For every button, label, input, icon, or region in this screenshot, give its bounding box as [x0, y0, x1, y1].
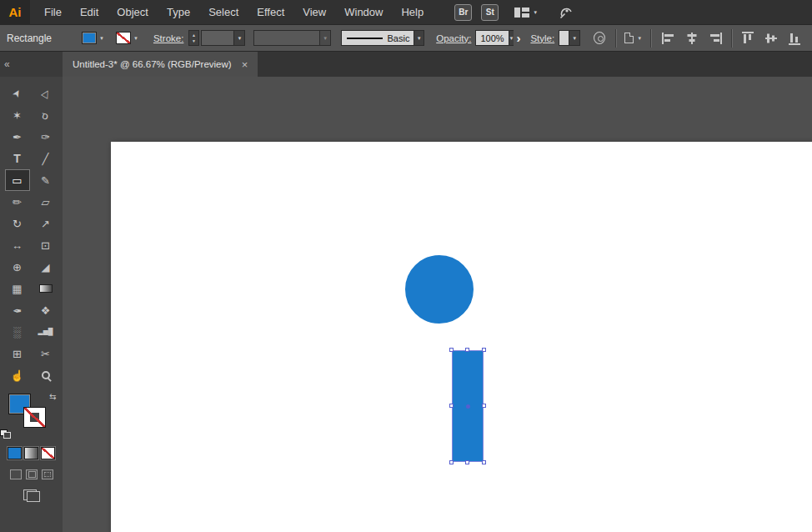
symbol-sprayer-tool[interactable]: ░	[6, 322, 29, 342]
stroke-panel-link[interactable]: Stroke:	[153, 33, 183, 43]
fill-color-control[interactable]: ▼	[82, 32, 104, 44]
style-panel-link[interactable]: Style:	[530, 33, 554, 43]
hand-tool[interactable]: ☝	[6, 365, 29, 385]
variable-width-profile-select[interactable]: ▼	[253, 30, 331, 46]
pen-tool[interactable]: ✒	[6, 127, 29, 147]
blend-tool[interactable]: ❖	[34, 300, 58, 320]
swap-fill-stroke-icon[interactable]: ⇆	[49, 392, 56, 401]
menu-items: FileEditObjectTypeSelectEffectViewWindow…	[35, 0, 433, 25]
workspace-switcher-button[interactable]: ▼	[514, 7, 538, 18]
menu-select[interactable]: Select	[199, 0, 248, 25]
opacity-panel-link[interactable]: Opacity:	[436, 33, 471, 43]
artboard[interactable]	[111, 142, 812, 532]
stroke-weight-stepper[interactable]: ▲ ▼	[188, 30, 198, 46]
vertical-align-center-button[interactable]	[760, 28, 782, 48]
menu-object[interactable]: Object	[108, 0, 158, 25]
menu-file[interactable]: File	[35, 0, 71, 25]
gradient-tool[interactable]	[34, 279, 58, 299]
draw-inside-mode-icon[interactable]	[42, 469, 53, 479]
chevron-down-icon: ▼	[509, 31, 514, 45]
menu-help[interactable]: Help	[392, 0, 433, 25]
stock-button[interactable]: St	[481, 4, 499, 21]
lasso-tool[interactable]: σ	[34, 105, 58, 125]
chevron-down-icon: ▼	[99, 36, 104, 41]
selection-tool[interactable]: ➤	[6, 83, 29, 103]
selection-center-point[interactable]	[466, 404, 470, 409]
close-icon[interactable]: ×	[242, 58, 248, 71]
zoom-tool[interactable]	[34, 365, 58, 385]
draw-behind-mode-icon[interactable]	[26, 469, 38, 479]
direct-selection-tool[interactable]: ▷	[34, 83, 58, 103]
vertical-align-bottom-button[interactable]	[784, 28, 805, 48]
gpu-performance-button[interactable]	[559, 5, 574, 19]
selection-handle[interactable]	[449, 460, 454, 464]
shape-builder-tool[interactable]: ⊕	[6, 257, 29, 277]
stroke-color-swatch[interactable]	[23, 407, 46, 428]
gpu-rocket-icon	[559, 5, 574, 19]
pencil-tool[interactable]: ✏	[6, 192, 29, 212]
collapse-panel-button[interactable]: «	[4, 58, 10, 70]
chevron-right-icon[interactable]: ›	[516, 30, 520, 46]
horizontal-align-right-button[interactable]	[704, 28, 726, 48]
scale-tool[interactable]: ↗	[34, 213, 58, 233]
rotate-tool[interactable]: ↻	[6, 213, 29, 233]
blend-icon: ❖	[41, 305, 51, 316]
width-tool[interactable]: ↔	[6, 235, 29, 255]
selection-handle[interactable]	[482, 404, 486, 408]
selection-handle[interactable]	[449, 404, 454, 408]
pen-icon: ✒	[13, 132, 22, 143]
selection-handle[interactable]	[482, 348, 486, 352]
selection-handle[interactable]	[465, 348, 469, 352]
vertical-align-center-icon	[764, 31, 779, 46]
divider	[650, 29, 651, 48]
perspective-grid-tool[interactable]: ◢	[34, 257, 58, 277]
default-fill-stroke-icon[interactable]	[0, 429, 11, 439]
menu-window[interactable]: Window	[335, 0, 392, 25]
vertical-align-top-button[interactable]	[737, 28, 759, 48]
artboard-tool[interactable]: ⊞	[6, 344, 29, 364]
menu-edit[interactable]: Edit	[71, 0, 108, 25]
rectangle-tool[interactable]: ▭	[6, 170, 29, 190]
menu-view[interactable]: View	[293, 0, 335, 25]
recolor-artwork-icon[interactable]	[594, 32, 605, 44]
symbol-sprayer-icon: ░	[13, 327, 21, 338]
magic-wand-icon: ✶	[13, 110, 22, 121]
selection-handle[interactable]	[482, 460, 486, 464]
mesh-tool[interactable]: ▦	[6, 279, 29, 299]
horizontal-align-left-button[interactable]	[658, 28, 679, 48]
type-tool[interactable]: T	[6, 148, 29, 168]
none-button[interactable]	[41, 447, 55, 459]
horizontal-align-center-button[interactable]	[681, 28, 703, 48]
selection-icon: ➤	[11, 88, 23, 100]
paintbrush-tool[interactable]: ✎	[34, 170, 58, 190]
brush-definition-select[interactable]: Basic ▼	[341, 30, 424, 46]
document-setup-button[interactable]: ▼	[624, 33, 642, 43]
donut-shape[interactable]	[405, 255, 474, 324]
screen-mode-button[interactable]	[23, 489, 40, 502]
line-segment-tool[interactable]: ╱	[34, 148, 58, 168]
gradient-button[interactable]	[24, 447, 38, 459]
eraser-tool[interactable]: ▱	[34, 192, 58, 212]
opacity-input[interactable]: 100% ▼	[475, 30, 514, 46]
color-button[interactable]	[8, 447, 22, 459]
draw-normal-mode-icon[interactable]	[10, 469, 22, 479]
canvas-pasteboard[interactable]	[63, 77, 812, 532]
graphic-style-select[interactable]: ▼	[559, 30, 580, 46]
slice-tool[interactable]: ✂	[34, 344, 58, 364]
eyedropper-tool[interactable]: ✒	[6, 300, 29, 320]
stroke-weight-select[interactable]: ▼	[201, 30, 246, 46]
bridge-button[interactable]: Br	[454, 4, 472, 21]
rectangle-icon: ▭	[12, 175, 22, 186]
selection-handle[interactable]	[465, 460, 469, 464]
chevron-down-icon: ▼	[414, 31, 424, 45]
curvature-tool[interactable]: ✑	[34, 127, 58, 147]
free-transform-tool[interactable]: ⊡	[34, 235, 58, 255]
menu-type[interactable]: Type	[158, 0, 199, 25]
document-tab-bar: « Untitled-3* @ 66.67% (RGB/Preview) ×	[0, 52, 812, 77]
magic-wand-tool[interactable]: ✶	[6, 105, 29, 125]
document-tab[interactable]: Untitled-3* @ 66.67% (RGB/Preview) ×	[63, 52, 258, 77]
menu-effect[interactable]: Effect	[248, 0, 293, 25]
column-graph-tool[interactable]: ▂▅█	[34, 322, 58, 342]
stroke-color-control[interactable]: ▼	[116, 32, 138, 44]
selection-handle[interactable]	[449, 348, 454, 352]
